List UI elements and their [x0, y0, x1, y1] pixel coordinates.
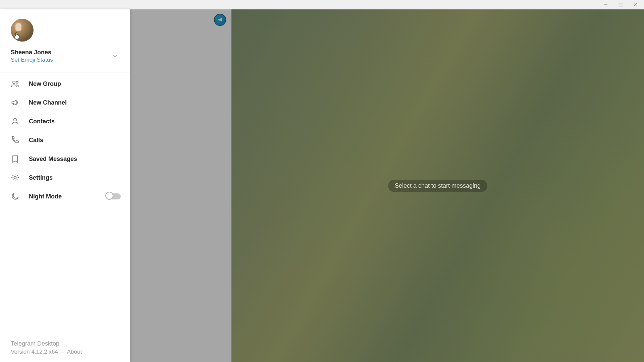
gear-icon [10, 173, 20, 183]
phone-icon [10, 135, 20, 145]
svg-point-4 [13, 81, 15, 83]
menu-list: New Group New Channel Contacts Calls [0, 72, 130, 340]
menu-calls[interactable]: Calls [0, 131, 130, 149]
svg-rect-1 [619, 3, 622, 6]
night-mode-toggle[interactable] [106, 193, 121, 199]
main-chat-area: Select a chat to start messaging [231, 9, 644, 362]
menu-label: Calls [29, 137, 121, 144]
menu-new-group[interactable]: New Group [0, 74, 130, 93]
moon-icon [10, 191, 20, 201]
toggle-knob [105, 192, 113, 200]
menu-contacts[interactable]: Contacts [0, 112, 130, 131]
main-menu-drawer: Sheena Jones Set Emoji Status New Group [0, 9, 130, 362]
select-chat-placeholder: Select a chat to start messaging [388, 180, 487, 192]
svg-point-6 [14, 118, 16, 121]
drawer-header: Sheena Jones Set Emoji Status [0, 9, 130, 67]
about-link[interactable]: About [67, 349, 82, 355]
menu-label: New Group [29, 80, 121, 87]
megaphone-icon [10, 98, 20, 108]
svg-point-7 [14, 177, 16, 179]
maximize-button[interactable] [613, 0, 628, 9]
menu-night-mode[interactable]: Night Mode [0, 187, 130, 206]
menu-saved-messages[interactable]: Saved Messages [0, 149, 130, 168]
svg-point-5 [16, 81, 18, 83]
menu-new-channel[interactable]: New Channel [0, 93, 130, 112]
menu-label: Contacts [29, 118, 121, 125]
menu-settings[interactable]: Settings [0, 168, 130, 187]
close-button[interactable] [628, 0, 643, 9]
account-chevron[interactable] [109, 50, 121, 63]
drawer-footer: Telegram Desktop Version 4.12.2 x64 – Ab… [0, 340, 130, 362]
menu-label: Saved Messages [29, 156, 121, 163]
app-name: Telegram Desktop [11, 340, 119, 347]
window-titlebar [0, 0, 644, 9]
version-text: Version 4.12.2 x64 [11, 349, 58, 355]
menu-label: Night Mode [29, 193, 106, 200]
minimize-button[interactable] [598, 0, 613, 9]
set-emoji-status-link[interactable]: Set Emoji Status [11, 57, 53, 63]
group-icon [10, 79, 20, 89]
user-avatar[interactable] [11, 19, 34, 42]
user-icon [10, 116, 20, 126]
version-line: Version 4.12.2 x64 – About [11, 349, 119, 355]
user-name: Sheena Jones [11, 49, 53, 56]
bookmark-icon [10, 154, 20, 164]
menu-label: New Channel [29, 99, 121, 106]
menu-label: Settings [29, 174, 121, 181]
